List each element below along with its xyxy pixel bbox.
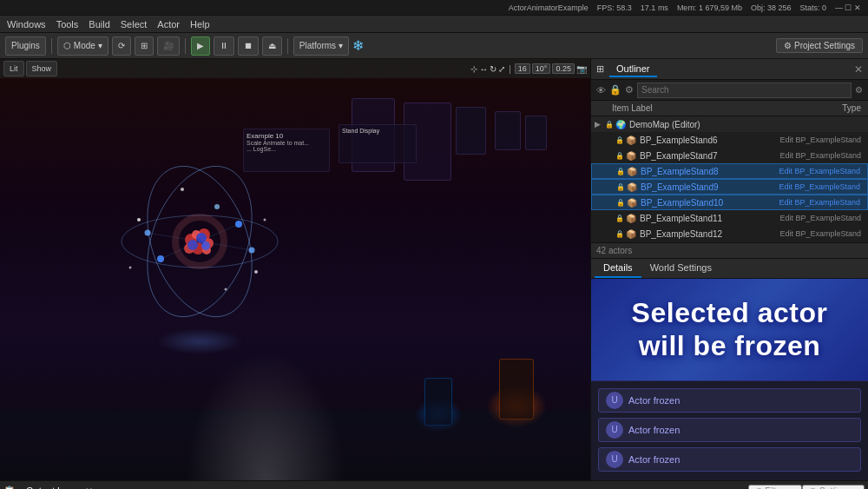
lock-icon[interactable]: 🔒	[609, 84, 621, 96]
frozen-actor-item-0[interactable]: U Actor frozen	[598, 388, 861, 413]
lock-icon[interactable]: 🔒	[615, 230, 626, 238]
outliner-close[interactable]: ✕	[854, 63, 863, 76]
frozen-actor-name: Actor frozen	[628, 395, 853, 406]
vp-scale-icon[interactable]: ⤢	[498, 64, 505, 74]
outliner-columns: Item Label Type	[591, 101, 868, 116]
bottom-panel: 📋 Output Log ✕ ⚙ Filters ▾ ⚙ Settings ▾ …	[0, 480, 868, 489]
log-settings-button[interactable]: ⚙ Settings ▾	[802, 485, 865, 489]
expand-icon[interactable]: ▶	[595, 120, 605, 129]
lock-icon[interactable]: 🔒	[616, 168, 627, 175]
menu-build[interactable]: Build	[89, 19, 109, 30]
item-name: BP_ExampleStand10	[641, 198, 760, 208]
item-type-icon: 📦	[626, 214, 638, 223]
item-type-icon: 📦	[627, 167, 639, 176]
viewport-toolbar: Lit Show ⊹ ↔ ↻ ⤢ | 16 10° 0.25 📷	[0, 59, 590, 78]
output-log-close[interactable]: ✕	[85, 486, 93, 489]
eject-button[interactable]: ⏏	[262, 36, 282, 56]
outliner-item-5[interactable]: 🔒 📦 BP_ExampleStand10 Edit BP_ExampleSta…	[591, 195, 868, 210]
info-box-1: Example 10 Scale Animate to mat... ... L…	[243, 129, 330, 172]
vp-scale-label[interactable]: 0.25	[552, 63, 575, 74]
item-type-icon: 📦	[626, 151, 638, 161]
outliner-tab[interactable]: Outliner	[609, 62, 657, 77]
item-type-icon: 🌍	[615, 120, 628, 129]
lock-icon[interactable]: 🔒	[605, 121, 615, 129]
bg-stand-1	[456, 107, 486, 155]
project-settings-button[interactable]: ⚙ Project Settings	[776, 38, 863, 53]
svg-point-23	[137, 218, 141, 221]
svg-point-25	[264, 219, 266, 221]
vp-grid-label[interactable]: 16	[515, 63, 530, 74]
item-type-icon: 📦	[626, 229, 638, 239]
menu-select[interactable]: Select	[121, 19, 148, 30]
menu-windows[interactable]: Windows	[7, 19, 46, 30]
lock-icon[interactable]: 🔒	[615, 152, 626, 160]
snowflake-icon: ❄	[352, 37, 364, 54]
snap-button[interactable]: ⊞	[135, 36, 154, 56]
ms-stat: 17.1 ms	[641, 3, 668, 12]
lock-icon[interactable]: 🔒	[616, 199, 627, 207]
stop-button[interactable]: ⏹	[238, 36, 259, 56]
outliner-list[interactable]: ▶ 🔒 🌍 DemoMap (Editor) 🔒 📦 BP_ExampleSta…	[591, 116, 868, 242]
pause-button[interactable]: ⏸	[214, 36, 234, 56]
menu-actor[interactable]: Actor	[157, 19, 180, 30]
outliner-item-3[interactable]: 🔒 📦 BP_ExampleStand8 Edit BP_ExampleStan…	[591, 163, 868, 179]
frozen-message-text: Selected actor will be frozen	[608, 296, 851, 363]
outliner-item-7[interactable]: 🔒 📦 BP_ExampleStand12 Edit BP_ExampleSta…	[591, 226, 868, 241]
mode-icon: ⬡	[63, 41, 71, 50]
outliner-item-4[interactable]: 🔒 📦 BP_ExampleStand9 Edit BP_ExampleStan…	[591, 179, 868, 195]
svg-point-26	[129, 267, 132, 269]
frozen-actor-icon: U	[606, 451, 623, 468]
tab-world-settings[interactable]: World Settings	[641, 259, 720, 278]
vp-angle-label[interactable]: 10°	[532, 63, 551, 74]
vp-lit-button[interactable]: Lit	[3, 61, 24, 76]
stats-bar: ActorAnimatorExample FPS: 58.3 17.1 ms M…	[0, 0, 868, 16]
svg-point-28	[225, 288, 227, 291]
vp-select-icon[interactable]: ⊹	[470, 64, 477, 74]
tab-details[interactable]: Details	[595, 259, 641, 278]
vp-rotate-icon[interactable]: ↻	[490, 64, 496, 74]
outliner-search-input[interactable]	[637, 83, 852, 98]
item-name: DemoMap (Editor)	[629, 120, 760, 129]
frozen-actor-icon: U	[606, 421, 623, 439]
filters-button[interactable]: ⚙ Filters ▾	[748, 485, 803, 489]
vp-show-button[interactable]: Show	[26, 61, 58, 76]
menu-help[interactable]: Help	[190, 19, 210, 30]
outliner-item-6[interactable]: 🔒 📦 BP_ExampleStand11 Edit BP_ExampleSta…	[591, 210, 868, 226]
outliner-item-0[interactable]: ▶ 🔒 🌍 DemoMap (Editor)	[591, 116, 868, 132]
item-type: Edit BP_ExampleStand	[760, 229, 865, 238]
plugins-button[interactable]: Plugins	[5, 36, 46, 56]
frozen-actor-icon: U	[606, 392, 623, 409]
frozen-actor-item-2[interactable]: U Actor frozen	[598, 447, 861, 472]
item-name: BP_ExampleStand7	[640, 151, 760, 161]
window-controls[interactable]: — ☐ ✕	[835, 3, 861, 12]
outliner-item-2[interactable]: 🔒 📦 BP_ExampleStand7 Edit BP_ExampleStan…	[591, 148, 868, 163]
frozen-actor-item-1[interactable]: U Actor frozen	[598, 418, 861, 442]
search-options[interactable]: ⚙	[855, 85, 863, 95]
menu-bar: Windows Tools Build Select Actor Help	[0, 16, 868, 33]
menu-tools[interactable]: Tools	[56, 19, 79, 30]
visibility-icon[interactable]: 👁	[596, 85, 606, 96]
lock-icon[interactable]: 🔒	[616, 183, 627, 191]
vp-tools: ⊹ ↔ ↻ ⤢ | 16 10° 0.25 📷	[470, 63, 587, 74]
lock-icon[interactable]: 🔒	[615, 136, 626, 144]
camera-button[interactable]: 🎥	[157, 36, 180, 56]
svg-point-27	[181, 188, 184, 191]
outliner-item-1[interactable]: 🔒 📦 BP_ExampleStand6 Edit BP_ExampleStan…	[591, 132, 868, 148]
platforms-button[interactable]: Platforms ▾	[293, 36, 349, 56]
frozen-actors-list: U Actor frozen U Actor frozen U Actor fr…	[591, 380, 868, 480]
item-name: BP_ExampleStand8	[641, 167, 760, 176]
toolbar-separator-1	[51, 38, 52, 54]
bottom-tabs-bar: 📋 Output Log ✕ ⚙ Filters ▾ ⚙ Settings ▾	[0, 481, 868, 489]
viewport[interactable]: Example 10 Scale Animate to mat... ... L…	[0, 59, 590, 480]
play-button[interactable]: ▶	[191, 36, 210, 56]
lock-icon[interactable]: 🔒	[615, 215, 626, 222]
mem-stat: Mem: 1 679,59 Mb	[677, 3, 742, 12]
vp-camera-icon[interactable]: 📷	[576, 64, 587, 74]
filter-icon[interactable]: ⚙	[625, 84, 634, 96]
tab-output-log[interactable]: Output Log	[17, 481, 82, 489]
svg-point-7	[214, 204, 220, 209]
fps-stat: FPS: 58.3	[597, 3, 632, 12]
mode-button[interactable]: ⬡ Mode ▾	[57, 36, 108, 56]
vp-translate-icon[interactable]: ↔	[479, 64, 488, 74]
transform-button[interactable]: ⟳	[112, 36, 131, 56]
